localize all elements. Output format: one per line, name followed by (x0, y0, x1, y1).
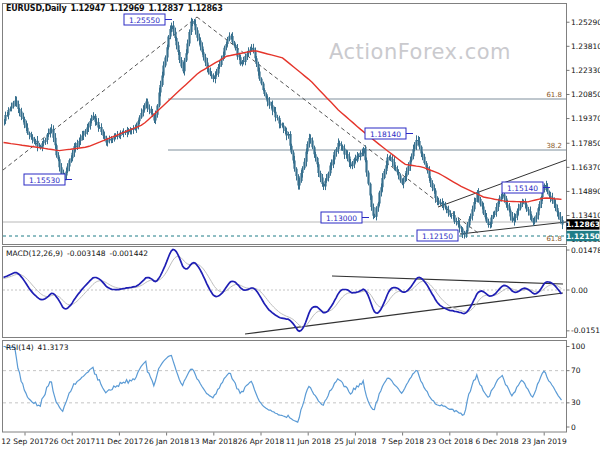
rsi-axis-label-0: 100 (571, 342, 586, 351)
rsi-value: 41.3173 (38, 343, 69, 352)
macd-signal-line (4, 256, 562, 327)
price-axis-label-0: 1.25290 (571, 18, 600, 27)
annotation-1.15140: 1.15140 (502, 182, 550, 193)
macd-trendline-0 (332, 276, 563, 284)
main-panel: ActionForex.com61.838.261.81.255501.1553… (3, 14, 566, 243)
x-axis-label-1: 26 Oct 2017 (49, 437, 96, 446)
price-axis-label-4: 1.19370 (571, 114, 600, 123)
annotation-1.13000: 1.13000 (321, 212, 369, 223)
rsi-panel (3, 347, 566, 423)
macd-trendline-1 (245, 293, 563, 334)
macd-panel (3, 250, 566, 335)
annotation-text: 1.25550 (129, 16, 160, 25)
x-axis-label-3: 26 Jan 2018 (144, 437, 189, 446)
annotation-text: 1.13000 (326, 214, 357, 223)
price-axis-label-1: 1.23810 (571, 42, 600, 51)
low-value: 1.12837 (149, 4, 184, 13)
x-axis-label-7: 25 Jul 2018 (334, 437, 377, 446)
annotation-text: 1.15530 (29, 176, 60, 185)
teal-level-tag: 1.12150 (566, 231, 600, 241)
macd-name: MACD(12,26,9) (6, 249, 63, 258)
x-axis-label-8: 7 Sep 2018 (381, 437, 424, 446)
macd-signal-value: -0.001442 (109, 249, 148, 258)
teal-level-tag-text: 1.12150 (566, 232, 600, 241)
fib-label-2: 61.8 (546, 235, 562, 243)
x-axis-label-0: 12 Sep 2017 (1, 437, 49, 446)
rsi-line (4, 347, 562, 423)
rsi-axis-label-3: 0 (571, 423, 576, 432)
high-value: 1.12969 (109, 4, 144, 13)
price-axis-label-3: 1.20850 (571, 90, 600, 99)
macd-axis-label-0: 0.014786 (571, 246, 600, 255)
annotation-text: 1.15140 (507, 184, 538, 193)
x-axis-label-10: 6 Dec 2018 (475, 437, 518, 446)
annotation-1.25550: 1.25550 (124, 14, 172, 25)
price-axis-label-8: 1.13410 (571, 211, 600, 220)
rsi-axis-label-2: 30 (571, 398, 581, 407)
watermark-text: ActionForex.com (329, 40, 511, 64)
wedge-trendline-1 (460, 222, 566, 234)
annotation-1.12150: 1.12150 (417, 230, 458, 241)
x-axis-label-4: 13 Mar 2018 (190, 437, 238, 446)
current-price-tag: 1.12863 (566, 219, 600, 229)
fib-label-0: 61.8 (546, 91, 562, 99)
x-axis-label-5: 26 Apr 2018 (238, 437, 285, 446)
price-axis-label-5: 1.17850 (571, 139, 600, 148)
current-price-tag-text: 1.12863 (566, 220, 600, 229)
forex-chart: ActionForex.com61.838.261.81.255501.1553… (0, 0, 600, 450)
symbol-period: EURUSD,Daily (6, 4, 66, 13)
price-axis-label-2: 1.22330 (571, 66, 600, 75)
rsi-name: RSI(14) (6, 343, 34, 352)
macd-axis-label-1: 0.00 (571, 286, 588, 295)
macd-axis-label-2: -0.015107 (571, 326, 600, 335)
annotation-1.15530: 1.15530 (24, 174, 72, 185)
close-value: 1.12863 (188, 4, 223, 13)
price-axis-label-6: 1.16370 (571, 163, 600, 172)
x-axis-label-6: 11 Jun 2018 (286, 437, 331, 446)
annotation-text: 1.12150 (422, 232, 453, 241)
macd-value: -0.003148 (67, 249, 106, 258)
annotation-1.18140: 1.18140 (365, 128, 413, 139)
price-axis-label-7: 1.14890 (571, 187, 600, 196)
chart-canvas: ActionForex.com61.838.261.81.255501.1553… (0, 0, 600, 450)
annotation-text: 1.18140 (370, 130, 401, 139)
chart-title: EURUSD,Daily1.129471.129691.128371.12863 (6, 4, 223, 13)
x-axis-label-2: 11 Dec 2017 (95, 437, 143, 446)
x-axis-label-9: 23 Oct 2018 (427, 437, 474, 446)
rsi-label: RSI(14)41.3173 (6, 343, 69, 352)
open-value: 1.12947 (70, 4, 105, 13)
x-axis-label-11: 23 Jan 2019 (522, 437, 567, 446)
rsi-axis-label-1: 70 (571, 366, 581, 375)
fib-label-1: 38.2 (546, 142, 562, 150)
macd-label: MACD(12,26,9)-0.003148-0.001442 (6, 249, 148, 258)
